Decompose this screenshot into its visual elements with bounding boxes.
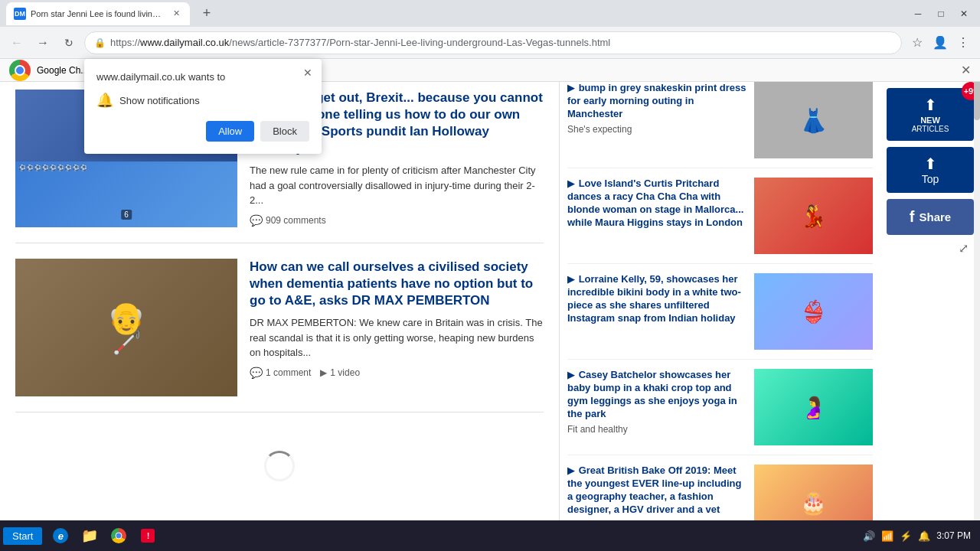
sidebar-article-text: ▶ Love Island's Curtis Pritchard dances … bbox=[567, 178, 748, 254]
sidebar-article-text: ▶ Lorraine Kelly, 59, showcases her incr… bbox=[567, 273, 748, 350]
info-bar-text: Google Ch... bbox=[37, 65, 88, 76]
comment-count[interactable]: 💬 1 comment bbox=[250, 367, 311, 379]
account-button[interactable]: 👤 bbox=[929, 32, 951, 54]
start-button[interactable]: Start bbox=[3, 527, 42, 545]
tab-favicon: DM bbox=[14, 8, 26, 20]
new-articles-label: NEW bbox=[893, 116, 968, 125]
sidebar-article-title[interactable]: ▶ Great British Bake Off 2019: Meet the … bbox=[567, 465, 748, 517]
allow-button[interactable]: Allow bbox=[206, 121, 254, 142]
url-path: /news/article-7377377/Porn-star-Jenni-Le… bbox=[229, 37, 610, 48]
tab-title: Porn star Jenni Lee is found living i... bbox=[31, 9, 165, 18]
sidebar-article-title[interactable]: ▶ Love Island's Curtis Pritchard dances … bbox=[567, 178, 748, 230]
loading-area bbox=[15, 428, 544, 504]
window-controls: ─ □ ✕ bbox=[908, 4, 974, 24]
video-icon: ▶ bbox=[320, 367, 327, 378]
browser-tab[interactable]: DM Porn star Jenni Lee is found living i… bbox=[6, 2, 190, 25]
comment-icon: 💬 bbox=[250, 367, 263, 379]
sidebar-article-subtitle: She's expecting bbox=[567, 124, 748, 135]
popup-notification-item: 🔔 Show notifications bbox=[96, 92, 309, 109]
sidebar-article-title[interactable]: ▶ Casey Batchelor showcases her baby bum… bbox=[567, 369, 748, 421]
taskbar-items: e 📁 ! bbox=[47, 522, 162, 549]
comment-icon: 💬 bbox=[250, 214, 263, 227]
tray-icon-2[interactable]: 📶 bbox=[881, 530, 893, 542]
url-scheme: https:// bbox=[110, 37, 140, 48]
tab-close-button[interactable]: ✕ bbox=[170, 8, 182, 20]
article-excerpt: The new rule came in for plenty of criti… bbox=[250, 163, 544, 208]
menu-button[interactable]: ⋮ bbox=[952, 32, 974, 54]
maximize-button[interactable]: □ bbox=[931, 4, 951, 24]
share-button[interactable]: f Share bbox=[887, 199, 974, 235]
sidebar-article-title[interactable]: ▶ bump in grey snakeskin print dress for… bbox=[567, 82, 748, 121]
article-arrow-icon: ▶ bbox=[567, 274, 574, 285]
sidebar-article-text: ▶ bump in grey snakeskin print dress for… bbox=[567, 82, 748, 158]
tray-icon-3[interactable]: ⚡ bbox=[900, 530, 912, 542]
lock-icon: 🔒 bbox=[94, 37, 106, 48]
address-bar[interactable]: 🔒 https://www.dailymail.co.uk/news/artic… bbox=[84, 31, 902, 54]
sidebar-thumb: 💃 bbox=[754, 178, 873, 254]
url-host: www.dailymail.co.uk bbox=[140, 37, 229, 48]
chrome-logo-icon bbox=[9, 60, 31, 81]
popup-title: www.dailymail.co.uk wants to bbox=[96, 71, 309, 83]
comment-count-label: 1 comment bbox=[266, 367, 311, 378]
article-thumbnail: 👴 🦯 bbox=[15, 259, 237, 396]
new-articles-sub-label: ARTICLES bbox=[893, 125, 968, 133]
taskbar-folder-icon[interactable]: 📁 bbox=[76, 522, 103, 549]
article-meta: 💬 909 comments bbox=[250, 214, 544, 227]
bookmark-button[interactable]: ☆ bbox=[906, 32, 928, 54]
system-time: 3:07 PM bbox=[936, 530, 971, 541]
block-button[interactable]: Block bbox=[260, 121, 309, 142]
popup-item-label: Show notifications bbox=[119, 95, 200, 106]
ie-icon: e bbox=[53, 528, 68, 543]
taskbar: Start e 📁 ! 🔊 📶 ⚡ 🔔 3:07 PM bbox=[0, 520, 980, 551]
sidebar-article: ▶ Love Island's Curtis Pritchard dances … bbox=[567, 178, 873, 264]
sidebar-article: ▶ Lorraine Kelly, 59, showcases her incr… bbox=[567, 273, 873, 360]
top-label: Top bbox=[893, 173, 968, 185]
sidebar-thumb: 👙 bbox=[754, 273, 873, 350]
article-excerpt: DR MAX PEMBERTON: We knew care in Britai… bbox=[250, 315, 544, 360]
facebook-icon: f bbox=[910, 208, 915, 226]
sidebar-article-title[interactable]: ▶ Lorraine Kelly, 59, showcases her incr… bbox=[567, 273, 748, 325]
article-title[interactable]: How can we call ourselves a civilised so… bbox=[250, 259, 544, 309]
video-count[interactable]: ▶ 1 video bbox=[320, 367, 360, 378]
loading-spinner bbox=[264, 451, 295, 481]
expand-icon[interactable]: ⤢ bbox=[959, 241, 974, 256]
forward-button[interactable]: → bbox=[32, 32, 54, 54]
sidebar-article: ▶ bump in grey snakeskin print dress for… bbox=[567, 82, 873, 168]
right-panel: +99 ⬆ NEW ARTICLES ⬆ Top f Share bbox=[880, 82, 980, 551]
top-arrow-icon: ⬆ bbox=[893, 155, 968, 173]
taskbar-chrome-icon[interactable] bbox=[105, 522, 132, 549]
start-label: Start bbox=[12, 530, 33, 542]
scrollbar-track bbox=[974, 59, 980, 551]
popup-close-button[interactable]: ✕ bbox=[300, 65, 315, 80]
sidebar-article-subtitle: Fit and healthy bbox=[567, 424, 748, 435]
taskbar-antivirus-icon[interactable]: ! bbox=[134, 522, 162, 549]
toolbar-right-icons: ☆ 👤 ⋮ bbox=[906, 32, 974, 54]
article-body: How can we call ourselves a civilised so… bbox=[250, 259, 544, 396]
article-arrow-icon: ▶ bbox=[567, 178, 574, 189]
top-button[interactable]: ⬆ Top bbox=[887, 147, 974, 193]
tray-icon-4[interactable]: 🔔 bbox=[918, 530, 930, 542]
article-item: 👴 🦯 How can we call ourselves a civilise… bbox=[15, 259, 544, 412]
comment-count[interactable]: 💬 909 comments bbox=[250, 214, 326, 227]
new-articles-button[interactable]: +99 ⬆ NEW ARTICLES bbox=[887, 88, 974, 141]
share-label: Share bbox=[919, 210, 951, 223]
back-button[interactable]: ← bbox=[6, 32, 28, 54]
sidebar-thumb: 🤰 bbox=[754, 369, 873, 445]
taskbar-ie-icon[interactable]: e bbox=[47, 522, 74, 549]
info-bar-close[interactable]: ✕ bbox=[961, 63, 971, 77]
comment-count-label: 909 comments bbox=[266, 215, 326, 226]
sidebar-thumb: 👗 bbox=[754, 82, 873, 158]
new-tab-button[interactable]: + bbox=[196, 3, 217, 24]
refresh-button[interactable]: ↻ bbox=[58, 32, 80, 54]
minimize-button[interactable]: ─ bbox=[908, 4, 928, 24]
close-button[interactable]: ✕ bbox=[954, 4, 974, 24]
article-arrow-icon: ▶ bbox=[567, 465, 574, 476]
popup-action-buttons: Allow Block bbox=[96, 121, 309, 142]
sidebar-article-text: ▶ Casey Batchelor showcases her baby bum… bbox=[567, 369, 748, 445]
browser-toolbar: ← → ↻ 🔒 https://www.dailymail.co.uk/news… bbox=[0, 27, 980, 59]
title-bar: DM Porn star Jenni Lee is found living i… bbox=[0, 0, 980, 27]
tray-icon-1[interactable]: 🔊 bbox=[863, 530, 875, 542]
url-display: https://www.dailymail.co.uk/news/article… bbox=[110, 37, 892, 48]
video-count-label: 1 video bbox=[330, 367, 360, 378]
article-arrow-icon: ▶ bbox=[567, 370, 574, 380]
